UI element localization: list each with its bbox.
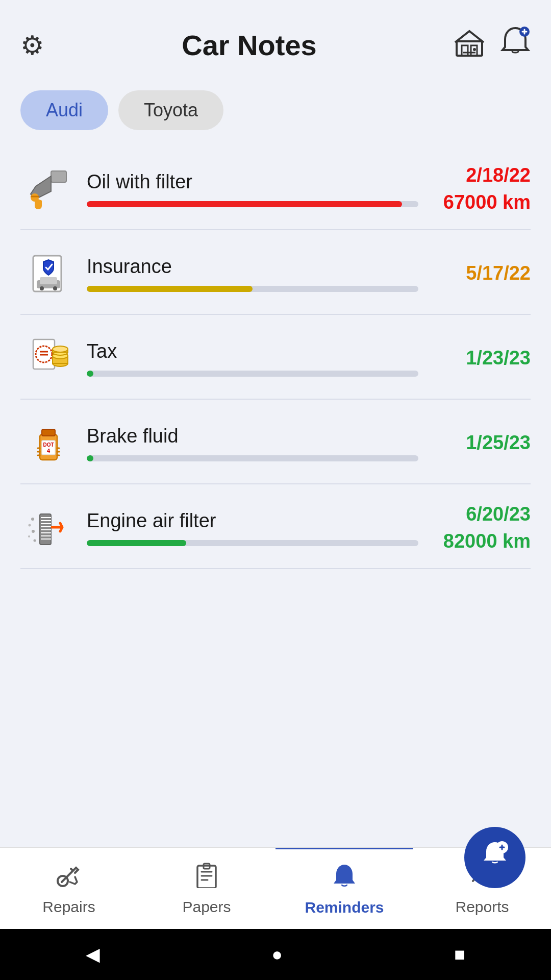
reminders-icon	[331, 862, 358, 895]
papers-icon	[193, 862, 220, 894]
svg-point-3	[473, 48, 476, 51]
settings-icon[interactable]: ⚙	[20, 30, 44, 61]
reminder-name-brake-fluid: Brake fluid	[87, 425, 418, 447]
add-reminder-fab[interactable]	[464, 827, 525, 888]
reminder-content-oil-filter: Oil with filter	[77, 171, 429, 207]
brake-fluid-icon: DOT 4	[20, 415, 77, 471]
reminder-date-brake-fluid: 1/25/23	[429, 429, 531, 456]
tab-audi[interactable]: Audi	[20, 90, 108, 130]
papers-label: Papers	[182, 898, 231, 916]
recent-button[interactable]: ■	[454, 944, 465, 965]
progress-bar-insurance	[87, 286, 418, 292]
svg-text:DOT: DOT	[43, 442, 54, 448]
nav-repairs[interactable]: Repairs	[0, 848, 138, 929]
reminder-item-tax[interactable]: Tax 1/23/23	[15, 315, 536, 386]
progress-bar-brake-fluid	[87, 455, 418, 461]
svg-point-26	[31, 518, 34, 521]
progress-bar-oil-filter	[87, 201, 418, 207]
reminder-date-oil-filter: 2/18/22 67000 km	[429, 162, 531, 216]
svg-point-28	[32, 530, 35, 533]
home-button[interactable]: ●	[271, 944, 283, 965]
progress-bar-engine-air-filter	[87, 540, 418, 546]
svg-point-11	[53, 286, 57, 290]
svg-point-27	[29, 524, 31, 527]
reminder-name-insurance: Insurance	[87, 256, 418, 278]
insurance-icon	[20, 246, 77, 302]
reminder-name-engine-air-filter: Engine air filter	[87, 510, 418, 532]
divider-5	[20, 568, 531, 569]
engine-air-filter-icon	[20, 500, 77, 556]
reminders-label: Reminders	[305, 899, 384, 916]
svg-rect-5	[51, 171, 66, 182]
header: ⚙ Car Notes	[0, 0, 551, 80]
svg-point-10	[40, 286, 44, 290]
svg-rect-0	[457, 41, 482, 56]
add-notification-icon[interactable]	[500, 26, 531, 65]
svg-point-19	[53, 346, 68, 352]
reminder-content-engine-air-filter: Engine air filter	[77, 510, 429, 546]
fab-icon	[480, 839, 510, 876]
reminder-item-engine-air-filter[interactable]: Engine air filter 6/20/23 82000 km	[15, 484, 536, 556]
garage-icon[interactable]	[454, 27, 485, 64]
progress-bar-tax	[87, 371, 418, 377]
reminder-date-insurance: 5/17/22	[429, 260, 531, 287]
reminder-content-brake-fluid: Brake fluid	[77, 425, 429, 461]
reminder-item-brake-fluid[interactable]: DOT 4 Brake fluid 1/25/23	[15, 400, 536, 471]
reminder-date-tax: 1/23/23	[429, 345, 531, 372]
reminder-date-engine-air-filter: 6/20/23 82000 km	[429, 501, 531, 555]
svg-rect-1	[462, 45, 468, 56]
header-actions	[454, 26, 531, 65]
repairs-icon	[56, 862, 82, 894]
nav-papers[interactable]: Papers	[138, 848, 276, 929]
reports-label: Reports	[455, 898, 509, 916]
reminder-content-insurance: Insurance	[77, 256, 429, 292]
nav-reminders[interactable]: Reminders	[276, 848, 413, 929]
car-tabs: Audi Toyota	[0, 80, 551, 145]
system-nav: ◀ ● ■	[0, 929, 551, 980]
svg-text:4: 4	[47, 448, 51, 454]
oil-icon	[20, 161, 77, 217]
svg-rect-9	[40, 277, 57, 284]
progress-fill-insurance	[87, 286, 253, 292]
reminder-name-oil-filter: Oil with filter	[87, 171, 418, 193]
reminder-item-oil-filter[interactable]: Oil with filter 2/18/22 67000 km	[15, 145, 536, 217]
repairs-label: Repairs	[42, 898, 95, 916]
reminder-item-insurance[interactable]: Insurance 5/17/22	[15, 230, 536, 302]
svg-point-29	[28, 535, 30, 537]
progress-fill-engine-air-filter	[87, 540, 186, 546]
reminder-name-tax: Tax	[87, 340, 418, 362]
tab-toyota[interactable]: Toyota	[118, 90, 223, 130]
reminders-list: Oil with filter 2/18/22 67000 km	[0, 145, 551, 837]
svg-point-30	[34, 540, 36, 542]
tax-icon	[20, 330, 77, 386]
progress-fill-oil-filter	[87, 201, 402, 207]
progress-fill-brake-fluid	[87, 455, 93, 461]
progress-fill-tax	[87, 371, 93, 377]
app-title: Car Notes	[44, 29, 454, 62]
back-button[interactable]: ◀	[86, 944, 100, 965]
reminder-content-tax: Tax	[77, 340, 429, 377]
svg-rect-21	[42, 429, 55, 436]
